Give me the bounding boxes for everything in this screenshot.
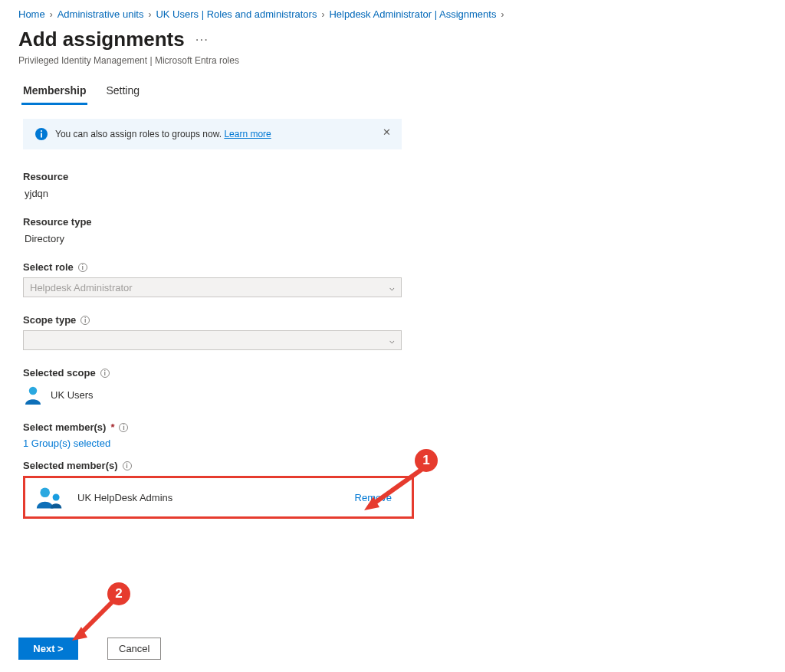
callout-1-arrow-icon (353, 463, 430, 516)
select-role-value: Helpdesk Administrator (30, 282, 133, 293)
field-select-role: Select role i Helpdesk Administrator ⌵ (23, 261, 762, 297)
breadcrumb-admin-units[interactable]: Administrative units (57, 8, 144, 20)
chevron-right-icon: › (50, 9, 53, 20)
info-help-icon[interactable]: i (78, 263, 87, 272)
selected-scope-label: Selected scope i (23, 367, 762, 379)
page-subtitle: Privileged Identity Management | Microso… (0, 53, 785, 77)
field-selected-scope: Selected scope i UK Users (23, 367, 762, 405)
svg-rect-1 (41, 133, 42, 138)
callout-2-arrow-icon (64, 596, 126, 648)
field-resource-type: Resource type Directory (23, 216, 762, 244)
member-name: UK HelpDesk Admins (77, 492, 172, 503)
scope-type-dropdown[interactable]: ⌵ (23, 330, 402, 350)
groups-selected-link[interactable]: 1 Group(s) selected (23, 433, 110, 449)
breadcrumb: Home › Administrative units › UK Users |… (0, 0, 785, 23)
chevron-right-icon: › (148, 9, 151, 20)
info-help-icon[interactable]: i (119, 423, 128, 432)
svg-line-6 (375, 469, 422, 503)
info-banner: You can also assign roles to groups now.… (23, 119, 402, 149)
chevron-right-icon: › (501, 9, 504, 20)
select-members-label: Select member(s) * i (23, 421, 762, 433)
tab-setting[interactable]: Setting (104, 77, 141, 105)
svg-point-3 (29, 387, 37, 395)
person-icon (23, 385, 43, 405)
breadcrumb-helpdesk-admin[interactable]: Helpdesk Administrator | Assignments (329, 8, 496, 20)
tab-membership[interactable]: Membership (21, 77, 87, 105)
page-title: Add assignments (18, 28, 185, 51)
resource-type-value: Directory (23, 228, 762, 244)
svg-line-8 (81, 602, 112, 633)
learn-more-link[interactable]: Learn more (224, 129, 271, 139)
info-icon (35, 128, 48, 140)
svg-point-4 (40, 487, 50, 497)
resource-label: Resource (23, 171, 762, 182)
resource-value: yjdqn (23, 182, 762, 199)
field-select-members: Select member(s) * i 1 Group(s) selected (23, 421, 762, 449)
chevron-down-icon: ⌵ (389, 336, 395, 346)
chevron-down-icon: ⌵ (389, 283, 395, 293)
chevron-right-icon: › (321, 9, 324, 20)
breadcrumb-home[interactable]: Home (18, 8, 45, 20)
select-role-dropdown[interactable]: Helpdesk Administrator ⌵ (23, 277, 402, 297)
svg-point-2 (41, 130, 42, 132)
scope-type-label: Scope type i (23, 314, 762, 326)
info-help-icon[interactable]: i (123, 461, 132, 470)
required-star-icon: * (110, 421, 114, 433)
info-text: You can also assign roles to groups now.… (55, 129, 271, 139)
field-scope-type: Scope type i ⌵ (23, 314, 762, 350)
field-resource: Resource yjdqn (23, 171, 762, 199)
svg-point-5 (53, 494, 60, 501)
page-header: Add assignments ··· (0, 23, 785, 53)
more-actions-icon[interactable]: ··· (195, 33, 209, 46)
close-icon[interactable]: ✕ (383, 126, 391, 138)
info-help-icon[interactable]: i (100, 369, 110, 378)
tabs: Membership Setting (0, 77, 785, 105)
select-role-label: Select role i (23, 261, 762, 273)
selected-scope-value: UK Users (51, 389, 94, 401)
info-help-icon[interactable]: i (80, 316, 90, 325)
breadcrumb-uk-users[interactable]: UK Users | Roles and administrators (156, 8, 317, 20)
resource-type-label: Resource type (23, 216, 762, 228)
group-icon (36, 486, 64, 509)
